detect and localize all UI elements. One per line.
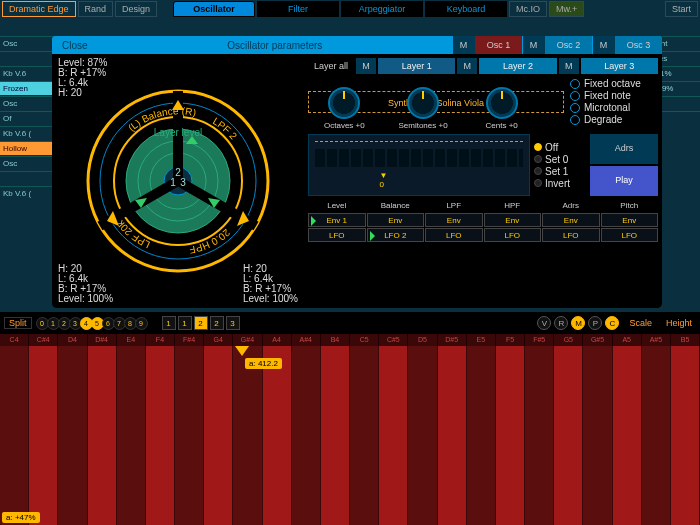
letter-P[interactable]: P <box>588 316 602 330</box>
split-button[interactable]: Split <box>4 317 32 329</box>
mod-cell[interactable]: LFO <box>308 228 366 242</box>
piano-col[interactable] <box>263 346 292 525</box>
layer-mute-2[interactable]: M <box>457 58 477 74</box>
piano-col[interactable] <box>29 346 58 525</box>
layer-tab-3[interactable]: Layer 3 <box>581 58 658 74</box>
marker-a-label: a: 412.2 <box>245 358 282 369</box>
tab-keyboard[interactable]: Keyboard <box>425 1 507 17</box>
page-4[interactable]: 3 <box>226 316 240 330</box>
layer-all-label[interactable]: Layer all <box>308 61 354 71</box>
page-1[interactable]: 1 <box>178 316 192 330</box>
mod-cell[interactable]: Env <box>542 213 600 227</box>
piano-col[interactable] <box>467 346 496 525</box>
seq-mode-off[interactable]: Off <box>534 142 586 153</box>
semitones-knob[interactable]: Semitones +0 <box>387 87 460 130</box>
piano-roll[interactable]: a: 412.2 a: +47% <box>0 346 700 525</box>
mod-cell[interactable]: LFO <box>425 228 483 242</box>
osc-tab-2[interactable]: Osc 2 <box>544 36 592 54</box>
piano-col[interactable] <box>613 346 642 525</box>
mw-button[interactable]: Mw.+ <box>549 1 584 17</box>
layer-mute-1[interactable]: M <box>356 58 376 74</box>
piano-col[interactable] <box>379 346 408 525</box>
seq-mode-set0[interactable]: Set 0 <box>534 154 586 165</box>
chain-step-9[interactable]: 9 <box>135 317 148 330</box>
piano-col[interactable] <box>438 346 467 525</box>
piano-col[interactable] <box>321 346 350 525</box>
osc-mute-1[interactable]: M <box>452 36 474 54</box>
radio-fixed-octave[interactable]: Fixed octave <box>570 78 658 89</box>
layer-tab-2[interactable]: Layer 2 <box>479 58 556 74</box>
mod-cell[interactable]: LFO <box>542 228 600 242</box>
page-3[interactable]: 2 <box>210 316 224 330</box>
letter-M[interactable]: M <box>571 316 585 330</box>
piano-col[interactable] <box>350 346 379 525</box>
octaves-knob[interactable]: Octaves +0 <box>308 87 381 130</box>
note-F#4: F#4 <box>175 334 204 346</box>
letter-R[interactable]: R <box>554 316 568 330</box>
osc-tab-3[interactable]: Osc 3 <box>614 36 662 54</box>
radio-degrade[interactable]: Degrade <box>570 114 658 125</box>
mod-cell[interactable]: LFO <box>601 228 659 242</box>
mcio-button[interactable]: Mc.IO <box>509 1 547 17</box>
page-0[interactable]: 1 <box>162 316 176 330</box>
piano-col[interactable] <box>88 346 117 525</box>
piano-col[interactable] <box>408 346 437 525</box>
piano-col[interactable] <box>233 346 262 525</box>
scale-button[interactable]: Scale <box>625 318 656 328</box>
play-button[interactable]: Play <box>590 166 658 196</box>
radio-microtonal[interactable]: Microtonal <box>570 102 658 113</box>
mod-cell[interactable]: Env <box>367 213 425 227</box>
piano-col[interactable] <box>175 346 204 525</box>
piano-col[interactable] <box>583 346 612 525</box>
piano-col[interactable] <box>117 346 146 525</box>
seq-mode-set1[interactable]: Set 1 <box>534 166 586 177</box>
piano-col[interactable] <box>0 346 29 525</box>
piano-col[interactable] <box>146 346 175 525</box>
seq-mode-invert[interactable]: Invert <box>534 178 586 189</box>
page-2[interactable]: 2 <box>194 316 208 330</box>
preset-name[interactable]: Dramatic Edge <box>2 1 76 17</box>
osc-tab-1[interactable]: Osc 1 <box>474 36 522 54</box>
piano-col[interactable] <box>204 346 233 525</box>
mod-cell[interactable]: Env <box>425 213 483 227</box>
cents-knob[interactable]: Cents +0 <box>465 87 538 130</box>
start-button[interactable]: Start <box>665 1 698 17</box>
tab-arpeggiator[interactable]: Arpeggiator <box>341 1 423 17</box>
osc-mute-2[interactable]: M <box>522 36 544 54</box>
piano-col[interactable] <box>525 346 554 525</box>
piano-col[interactable] <box>642 346 671 525</box>
note-D4: D4 <box>58 334 87 346</box>
piano-col[interactable] <box>58 346 87 525</box>
layer-mute-3[interactable]: M <box>559 58 579 74</box>
sequencer-display[interactable]: 0 <box>308 134 530 196</box>
mod-cell[interactable]: Env <box>484 213 542 227</box>
mod-cell[interactable]: Env 1 <box>308 213 366 227</box>
tab-oscillator[interactable]: Oscillator <box>173 1 255 17</box>
letter-V[interactable]: V <box>537 316 551 330</box>
mod-cell[interactable]: LFO <box>484 228 542 242</box>
tab-filter[interactable]: Filter <box>257 1 339 17</box>
seq-marker[interactable]: 0 <box>379 171 387 189</box>
note-D5: D5 <box>408 334 437 346</box>
col-header: Balance <box>367 200 425 212</box>
piano-col[interactable] <box>292 346 321 525</box>
letter-C[interactable]: C <box>605 316 619 330</box>
note-ruler: C4C#4D4D#4E4F4F#4G4G#4A4A#4B4C5C#5D5D#5E… <box>0 334 700 346</box>
note-F5: F5 <box>496 334 525 346</box>
piano-col[interactable] <box>671 346 700 525</box>
mod-cell[interactable]: Env <box>601 213 659 227</box>
position-marker-icon[interactable] <box>235 346 249 356</box>
piano-col[interactable] <box>496 346 525 525</box>
note-D#5: D#5 <box>438 334 467 346</box>
design-button[interactable]: Design <box>115 1 157 17</box>
radar-chart[interactable]: 2 1 3 Layer level (L) Balance (R) LPF 20… <box>83 86 273 276</box>
mod-cell[interactable]: LFO 2 <box>367 228 425 242</box>
osc-mute-3[interactable]: M <box>592 36 614 54</box>
height-button[interactable]: Height <box>662 318 696 328</box>
close-button[interactable]: Close <box>52 40 98 51</box>
rand-button[interactable]: Rand <box>78 1 114 17</box>
adrs-button[interactable]: Adrs <box>590 134 658 164</box>
radio-fixed-note[interactable]: Fixed note <box>570 90 658 101</box>
layer-tab-1[interactable]: Layer 1 <box>378 58 455 74</box>
piano-col[interactable] <box>554 346 583 525</box>
